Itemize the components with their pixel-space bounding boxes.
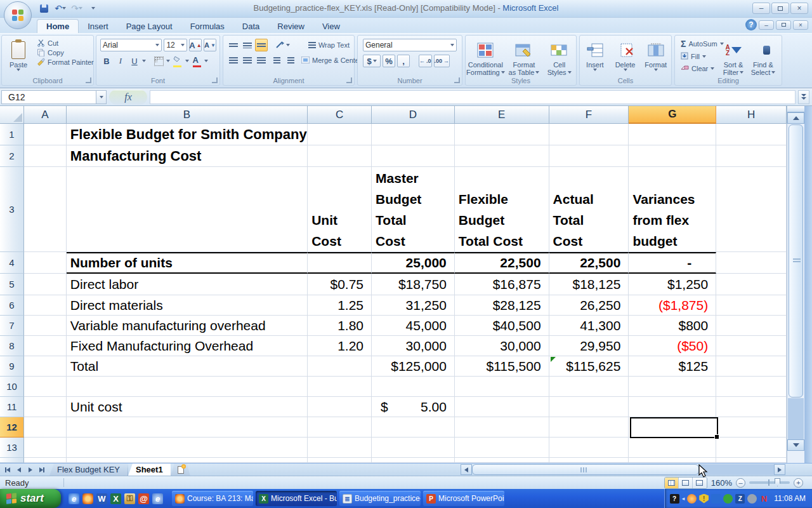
cell[interactable] — [716, 458, 787, 463]
first-sheet-button[interactable] — [3, 465, 13, 474]
cell-F7[interactable]: 41,300 — [549, 316, 629, 336]
font-color-dropdown[interactable] — [204, 60, 208, 62]
cell[interactable] — [716, 397, 787, 417]
cell-B9[interactable]: Total — [67, 356, 308, 377]
insert-cells-button[interactable]: Insert — [584, 37, 606, 71]
last-sheet-button[interactable] — [37, 465, 47, 474]
shrink-font-button[interactable]: A▼ — [204, 39, 216, 51]
bold-button[interactable]: B — [100, 55, 113, 67]
paste-button[interactable]: Paste — [4, 37, 32, 76]
cell-D4[interactable]: 25,000 — [372, 252, 455, 274]
accounting-format-button[interactable]: $ — [363, 55, 381, 67]
cell[interactable] — [67, 417, 308, 438]
cell[interactable] — [716, 252, 787, 274]
wrap-text-button[interactable]: Wrap Text — [306, 41, 351, 50]
cell-F4[interactable]: 22,500 — [549, 252, 629, 274]
cell-D3[interactable]: Master Budget Total Cost — [372, 167, 455, 252]
font-size-combo[interactable]: 12 — [164, 39, 187, 51]
cell[interactable] — [24, 167, 67, 252]
internet-explorer-icon[interactable]: e — [69, 493, 79, 504]
cell-D6[interactable]: 31,250 — [372, 295, 455, 316]
cell[interactable] — [716, 438, 787, 458]
norton-tray-icon[interactable]: N — [759, 494, 769, 504]
cell[interactable] — [549, 417, 629, 438]
copy-button[interactable]: Copy — [35, 48, 96, 57]
cell[interactable] — [455, 397, 549, 417]
tab-insert[interactable]: Insert — [79, 20, 117, 33]
zoom-level[interactable]: 160% — [711, 478, 732, 488]
column-header-F[interactable]: F — [549, 106, 629, 124]
cell-G7[interactable]: $800 — [629, 316, 716, 336]
increase-indent-button[interactable] — [284, 54, 297, 67]
cell[interactable] — [455, 145, 549, 167]
cut-button[interactable]: Cut — [35, 38, 96, 48]
column-header-A[interactable]: A — [24, 106, 67, 124]
borders-button[interactable] — [152, 55, 165, 67]
cell-C6[interactable]: 1.25 — [308, 295, 372, 316]
taskbar-button-budgeting-doc[interactable]: ≣ Budgeting_practice-fl... — [339, 491, 421, 506]
office-button[interactable] — [4, 1, 32, 29]
cell-G6[interactable]: ($1,875) — [629, 295, 716, 316]
cell[interactable] — [24, 316, 67, 336]
align-right-button[interactable] — [255, 54, 268, 67]
cell[interactable] — [24, 124, 67, 145]
horizontal-scroll-thumb[interactable] — [472, 464, 699, 475]
cell[interactable] — [372, 377, 455, 397]
cell-D7[interactable]: 45,000 — [372, 316, 455, 336]
insert-worksheet-tab[interactable] — [171, 464, 190, 476]
cell[interactable] — [24, 458, 67, 463]
cell[interactable] — [67, 458, 308, 463]
cell[interactable] — [308, 356, 372, 377]
cell[interactable] — [716, 417, 787, 438]
column-header-B[interactable]: B — [67, 106, 308, 124]
row-header-6[interactable]: 6 — [0, 295, 24, 316]
tray-icon-orange[interactable] — [687, 494, 697, 504]
cell[interactable] — [629, 145, 716, 167]
cell[interactable] — [716, 336, 787, 356]
tab-page-layout[interactable]: Page Layout — [117, 20, 181, 33]
tray-icon-green[interactable] — [723, 494, 733, 504]
page-break-view-button[interactable] — [693, 478, 707, 488]
word-icon[interactable]: W — [96, 493, 107, 504]
cell[interactable] — [455, 124, 549, 145]
increase-decimal-button[interactable]: ←.0 — [419, 55, 432, 67]
restore-button[interactable] — [771, 3, 789, 14]
help-button[interactable]: ? — [745, 19, 757, 30]
row-header-3[interactable]: 3 — [0, 167, 24, 252]
number-format-combo[interactable]: General — [363, 39, 457, 51]
clear-button[interactable]: Clear — [679, 64, 726, 73]
cell-E5[interactable]: $16,875 — [455, 274, 549, 295]
cell[interactable] — [24, 377, 67, 397]
fill-color-dropdown[interactable] — [185, 60, 189, 62]
scroll-down-button[interactable] — [787, 439, 804, 451]
cell-E3[interactable]: Flexible Budget Total Cost — [455, 167, 549, 252]
cell-C7[interactable]: 1.80 — [308, 316, 372, 336]
cell[interactable] — [67, 377, 308, 397]
cell[interactable] — [24, 438, 67, 458]
scroll-right-button[interactable] — [774, 464, 785, 475]
cell-styles-button[interactable]: CellStyles — [544, 37, 575, 76]
cell[interactable] — [549, 438, 629, 458]
format-as-table-button[interactable]: Formatas Table — [507, 37, 541, 76]
cell-G8[interactable]: ($50) — [629, 336, 716, 356]
shield-tray-icon[interactable]: ! — [699, 494, 709, 504]
cell-C8[interactable]: 1.20 — [308, 336, 372, 356]
cell[interactable] — [549, 124, 629, 145]
select-all-corner[interactable] — [0, 106, 24, 124]
volume-tray-icon[interactable] — [747, 494, 757, 504]
cell-G4[interactable]: - — [629, 252, 716, 274]
cell[interactable] — [308, 458, 372, 463]
tab-data[interactable]: Data — [233, 20, 268, 33]
cell[interactable] — [308, 124, 372, 145]
cell[interactable] — [455, 438, 549, 458]
row-header-13[interactable]: 13 — [0, 438, 24, 458]
cell-F3[interactable]: Actual Total Cost — [549, 167, 629, 252]
help-tray-icon[interactable]: ? — [670, 494, 679, 504]
cell-F6[interactable]: 26,250 — [549, 295, 629, 316]
align-middle-button[interactable] — [241, 39, 254, 51]
taskbar-button-firefox-course[interactable]: Course: BA 213: Man... — [172, 491, 253, 506]
autosum-button[interactable]: ΣAutoSum — [679, 38, 726, 50]
delete-cells-button[interactable]: Delete — [615, 37, 636, 71]
cell[interactable] — [629, 377, 716, 397]
italic-button[interactable]: I — [114, 55, 127, 67]
